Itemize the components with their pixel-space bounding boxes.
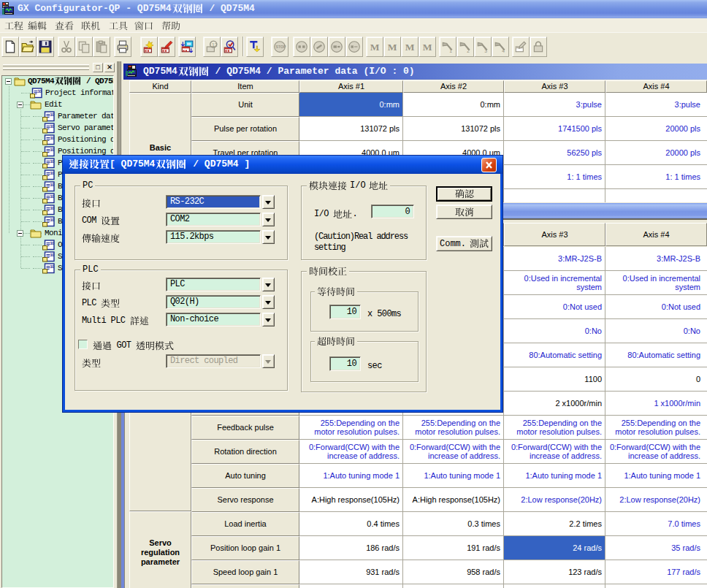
- svg-text:10: 10: [50, 217, 54, 221]
- svg-text:10: 10: [50, 240, 54, 245]
- svg-text:M: M: [370, 42, 380, 53]
- svg-text:10: 10: [50, 147, 54, 151]
- svg-text:12: 12: [212, 42, 218, 47]
- svg-text:M: M: [405, 42, 415, 53]
- svg-text:10: 10: [50, 252, 54, 256]
- svg-text:10: 10: [38, 88, 42, 93]
- svg-text:10: 10: [50, 159, 54, 163]
- svg-text:10: 10: [50, 205, 54, 210]
- svg-text:2: 2: [467, 48, 470, 53]
- svg-text:1: 1: [449, 48, 452, 53]
- svg-text:10: 10: [50, 182, 54, 186]
- svg-text:10: 10: [50, 170, 54, 175]
- svg-text:3: 3: [484, 48, 487, 53]
- svg-text:10: 10: [50, 264, 54, 268]
- svg-text:M: M: [388, 42, 397, 53]
- svg-text:10: 10: [50, 123, 54, 128]
- svg-text:10: 10: [50, 112, 54, 116]
- svg-text:M: M: [423, 42, 432, 53]
- svg-text:4: 4: [502, 48, 505, 53]
- svg-text:10: 10: [50, 135, 54, 140]
- svg-text:10: 10: [50, 194, 54, 198]
- svg-text:STOP: STOP: [276, 45, 286, 49]
